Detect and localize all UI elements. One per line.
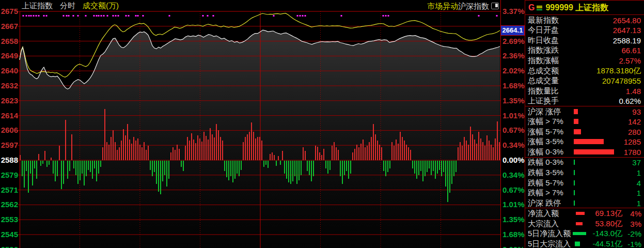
breadth-label: 跌幅 > 7% [528,188,563,198]
price-axis-label: 2545 [0,230,18,239]
volume-bar-down [168,161,169,179]
volume-bar-down [75,161,76,175]
volume-bar-up [476,144,477,160]
index-code: 999999 [545,3,573,12]
flow-amount: -143.0亿 [592,229,622,239]
volume-bar-up [148,146,149,160]
volume-bar-up [495,138,496,160]
volume-bar-up [391,142,392,160]
volume-bar-up [352,152,353,160]
stat-value: 2647.13 [613,26,641,35]
volume-bar-up [332,146,333,160]
volume-bar-up [195,143,196,160]
volume-bar-down [82,161,83,174]
volume-bar-up [356,145,357,160]
volume-bar-up [305,151,306,160]
volume-bar-up [104,109,105,160]
decliners-section: 跌幅 0-3%37跌幅 3-5%1跌幅 5-7%4跌幅 > 7%1沪深 跌停1 [525,158,644,209]
panel-row: 今日开盘2647.13 [525,25,644,36]
stat-label: 指数涨跌 [528,45,559,55]
volume-bar-down [346,161,347,171]
price-axis-label: 2571 [0,185,18,195]
breadth-bar-up [574,149,614,154]
flow-label: 大宗流入 [528,219,559,228]
volume-bar-down [443,161,444,172]
volume-bar-down [226,161,227,177]
volume-bar-up [373,124,374,160]
volume-bar-down [154,161,155,172]
volume-bar-down [42,161,43,164]
money-flow-section: 净流入额69.13亿4%大宗流入53.80亿3%5日净流入额-143.0亿-2%… [525,208,644,248]
percent-axis-label: 1.68% [502,230,525,239]
volume-bar-down [350,161,351,174]
volume-bar-up [199,138,200,160]
volume-bar-up [334,142,335,160]
volume-bar-up [278,156,279,160]
volume-bar-down [234,161,235,179]
breadth-label: 跌幅 0-3% [528,158,563,167]
anomaly-dot [93,15,95,17]
volume-bar-down [32,161,33,185]
anomaly-dot [273,15,275,17]
volume-bar-down [63,161,64,184]
volume-bar-down [418,161,419,175]
price-axis-label: 2579 [0,171,18,180]
anomaly-dot [341,15,342,17]
chart-mode-label[interactable]: 分时 [60,1,75,10]
volume-bar-down [156,161,157,184]
volume-bar-up [462,146,463,160]
volume-bar-up [175,150,176,160]
volume-bar-up [255,138,256,160]
percent-axis-label: 0.34% [502,141,525,150]
anomaly-dot [73,15,74,17]
volume-bar-down [49,161,50,165]
price-axis-label: 2614 [0,111,18,120]
anomaly-dot [302,15,304,17]
flow-bar [576,222,583,225]
volume-bar-up [489,141,490,160]
volume-bar-up [206,136,207,160]
quote-panel-header[interactable]: G999999 上证指数 [525,1,644,15]
price-axis-label: 2588 [0,156,18,165]
volume-bar-up [261,141,262,160]
volume-mode-label[interactable]: 成交额(万) [83,1,119,10]
volume-bar-up [464,137,465,160]
breadth-value: 280 [628,127,641,136]
volume-bar-up [20,155,21,160]
market-anomaly-toggle[interactable]: 市场异动沪深指数 [427,2,499,11]
volume-bar-down [325,161,326,168]
volume-bar-down [296,161,297,184]
volume-bar-up [214,137,215,160]
volume-bar-up [249,132,250,160]
breadth-label: 涨幅 > 7% [528,117,563,127]
volume-bar-down [455,161,457,172]
stat-label: 上证换手 [528,96,559,106]
volume-bar-up [108,145,109,160]
volume-bar-up [218,130,219,160]
volume-bar-up [102,147,103,160]
price-axis-label: 2667 [0,22,18,31]
volume-bar-up [360,144,362,160]
anomaly-dot [43,15,45,17]
volume-bar-down [77,161,78,184]
panel-toggle-icon[interactable] [491,3,499,9]
volume-bar-down [427,161,428,172]
stat-value: 207478955 [602,76,641,85]
volume-bar-down [439,161,440,170]
volume-bar-up [44,151,45,160]
menu-icon[interactable] [537,6,542,10]
volume-bar-up [338,150,339,160]
volume-bar-down [299,161,300,180]
volume-bar-up [131,144,132,160]
anomaly-dot [143,15,144,17]
anomaly-dot [202,15,204,17]
volume-bar-down [241,161,242,170]
flow-bar [576,212,585,215]
volume-bar-up [319,152,320,160]
anomaly-dot [135,15,137,17]
panel-row: 上证换手0.62% [525,96,644,106]
volume-bar-down [453,161,454,176]
volume-bar-down [385,161,386,176]
flow-percent: 3% [630,219,641,228]
breadth-bar-down [574,170,575,175]
